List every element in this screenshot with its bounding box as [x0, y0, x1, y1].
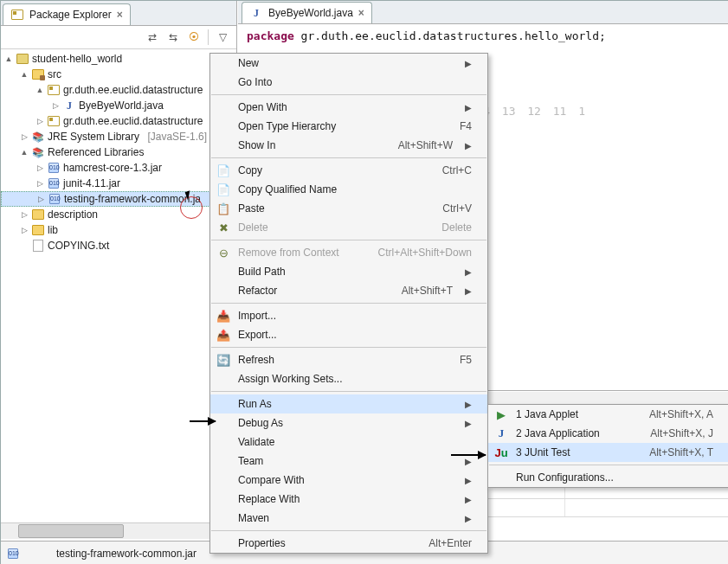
java-file-icon	[62, 99, 76, 112]
view-menu-icon[interactable]: ▽	[214, 29, 231, 46]
run-as-submenu[interactable]: ▶1 Java AppletAlt+Shift+X, AJ2 Java Appl…	[487, 404, 728, 488]
submenu-item-2-java-application[interactable]: J2 Java ApplicationAlt+Shift+X, J	[488, 424, 728, 443]
package-explorer-tab[interactable]: Package Explorer ×	[3, 3, 131, 25]
status-selection-label: testing-framework-common.jar	[56, 548, 196, 560]
blank-icon	[216, 472, 231, 488]
collapse-all-icon[interactable]: ⇄	[144, 29, 161, 46]
submenu-arrow-icon: ▶	[465, 476, 472, 485]
menu-item-go-into[interactable]: Go Into	[210, 73, 487, 92]
submenu-arrow-icon: ▶	[465, 267, 472, 277]
tree-package[interactable]: ▷gr.duth.ee.euclid.datastructure	[1, 113, 236, 129]
menu-item-delete: ✖DeleteDelete	[210, 218, 487, 237]
menu-shortcut: Alt+Shift+W	[398, 139, 453, 151]
blank-icon	[216, 283, 231, 298]
paste-icon: 📋	[216, 201, 231, 216]
menu-item-copy-qualified-name[interactable]: 📄Copy Qualified Name	[210, 180, 487, 199]
menu-item-label: Compare With	[238, 474, 453, 486]
menu-item-new[interactable]: New▶	[210, 54, 487, 73]
library-icon	[31, 130, 45, 144]
menu-item-show-in[interactable]: Show InAlt+Shift+W▶	[210, 136, 487, 155]
code-editor[interactable]: package gr.duth.ee.euclid.datastructures…	[238, 24, 728, 48]
menu-shortcut: F5	[460, 354, 472, 366]
submenu-item-label: Run Configurations...	[516, 471, 713, 484]
menu-shortcut: Ctrl+V	[442, 202, 472, 215]
submenu-arrow-icon: ▶	[465, 59, 472, 68]
delete-icon: ✖	[216, 220, 231, 235]
menu-shortcut: Alt+Shift+T	[402, 285, 453, 297]
package-explorer-tree[interactable]: ▲student-hello_world ▲src ▲gr.duth.ee.eu…	[1, 49, 236, 516]
horizontal-scrollbar[interactable]	[1, 522, 236, 539]
menu-item-build-path[interactable]: Build Path▶	[210, 262, 487, 281]
menu-shortcut: Alt+Enter	[428, 537, 472, 549]
menu-item-label: Maven	[238, 512, 453, 524]
menu-item-paste[interactable]: 📋PasteCtrl+V	[210, 199, 487, 218]
close-icon[interactable]: ×	[117, 9, 123, 21]
menu-shortcut: Alt+Shift+X, J	[650, 427, 713, 439]
menu-shortcut: F4	[460, 120, 472, 132]
menu-item-label: Build Path	[238, 266, 453, 278]
menu-item-compare-with[interactable]: Compare With▶	[210, 471, 487, 490]
menu-item-team[interactable]: Team▶	[210, 452, 487, 471]
menu-item-label: Team	[238, 455, 453, 467]
package-explorer-title: Package Explorer	[29, 9, 112, 21]
menu-item-refactor[interactable]: RefactorAlt+Shift+T▶	[210, 281, 487, 300]
tree-jar[interactable]: ▷junit-4.11.jar	[1, 176, 236, 191]
blank-icon	[216, 396, 231, 412]
menu-item-copy[interactable]: 📄CopyCtrl+C	[210, 161, 487, 180]
menu-item-label: Debug As	[238, 417, 453, 429]
menu-item-replace-with[interactable]: Replace With▶	[210, 490, 487, 509]
tree-jre-library[interactable]: ▷JRE System Library [JavaSE-1.6]	[1, 129, 236, 144]
menu-item-debug-as[interactable]: Debug As▶	[210, 413, 487, 433]
menu-item-label: Remove from Context	[238, 247, 351, 259]
tree-jar[interactable]: ▷hamcrest-core-1.3.jar	[1, 160, 236, 176]
javaapp-icon: J	[493, 426, 509, 441]
menu-item-label: Run As	[238, 398, 453, 410]
submenu-item-3-junit-test[interactable]: Ju3 JUnit TestAlt+Shift+X, T	[488, 443, 728, 462]
package-explorer-icon	[10, 8, 24, 22]
cursor-annotation	[180, 196, 203, 219]
menu-item-maven[interactable]: Maven▶	[210, 509, 487, 528]
menu-item-label: Export...	[238, 329, 472, 341]
tree-java-file[interactable]: ▷ByeByeWorld.java	[1, 98, 236, 113]
menu-item-refresh[interactable]: 🔄RefreshF5	[210, 350, 487, 369]
tree-folder[interactable]: ▷lib	[1, 222, 236, 238]
blank-icon	[216, 264, 231, 279]
menu-item-open-type-hierarchy[interactable]: Open Type HierarchyF4	[210, 117, 487, 136]
submenu-arrow-icon: ▶	[465, 419, 472, 428]
tree-package[interactable]: ▲gr.duth.ee.euclid.datastructure	[1, 82, 236, 98]
focus-task-icon[interactable]: ⦿	[185, 29, 203, 46]
arrow-annotation	[190, 420, 216, 422]
blank-icon	[216, 371, 231, 387]
selection-icon	[6, 547, 20, 561]
menu-item-import[interactable]: 📥Import...	[210, 306, 487, 325]
blank-icon	[216, 119, 231, 134]
refresh-icon: 🔄	[216, 352, 231, 368]
copy-icon: 📄	[216, 163, 231, 178]
tree-src-folder[interactable]: ▲src	[1, 67, 236, 82]
menu-item-run-as[interactable]: Run As▶	[210, 394, 487, 413]
menu-item-label: Open Type Hierarchy	[238, 120, 432, 132]
submenu-arrow-icon: ▶	[465, 141, 472, 151]
menu-item-label: Import...	[238, 310, 472, 322]
junit-icon: Ju	[493, 445, 509, 460]
tree-project[interactable]: ▲student-hello_world	[1, 51, 236, 67]
blank-icon	[216, 453, 231, 469]
tree-referenced-libraries[interactable]: ▲Referenced Libraries	[1, 144, 236, 160]
context-menu[interactable]: New▶Go IntoOpen With▶Open Type Hierarchy…	[209, 53, 488, 554]
library-icon	[31, 145, 45, 159]
submenu-item-run-configurations[interactable]: Run Configurations...	[488, 468, 728, 487]
menu-item-label: Replace With	[238, 493, 453, 505]
menu-item-assign-working-sets[interactable]: Assign Working Sets...	[210, 369, 487, 388]
link-editor-icon[interactable]: ⇆	[164, 29, 182, 46]
menu-item-label: Delete	[238, 221, 414, 234]
editor-tab[interactable]: ByeByeWorld.java ×	[242, 2, 372, 23]
submenu-item-1-java-applet[interactable]: ▶1 Java AppletAlt+Shift+X, A	[488, 405, 728, 424]
menu-item-export[interactable]: 📤Export...	[210, 325, 487, 344]
menu-shortcut: Alt+Shift+X, A	[649, 408, 713, 420]
tree-text-file[interactable]: COPYING.txt	[1, 238, 236, 253]
menu-item-validate[interactable]: Validate	[210, 433, 487, 452]
menu-item-properties[interactable]: PropertiesAlt+Enter	[210, 534, 487, 553]
menu-item-open-with[interactable]: Open With▶	[210, 98, 487, 117]
close-icon[interactable]: ×	[358, 7, 364, 19]
menu-item-remove-from-context: ⊖Remove from ContextCtrl+Alt+Shift+Down	[210, 243, 487, 262]
